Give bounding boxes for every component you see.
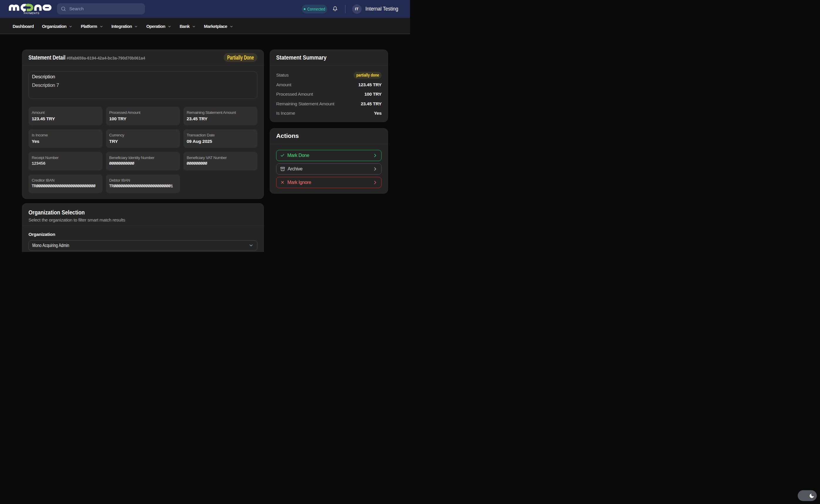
svg-text:PAYMENTS: PAYMENTS: [24, 11, 39, 15]
